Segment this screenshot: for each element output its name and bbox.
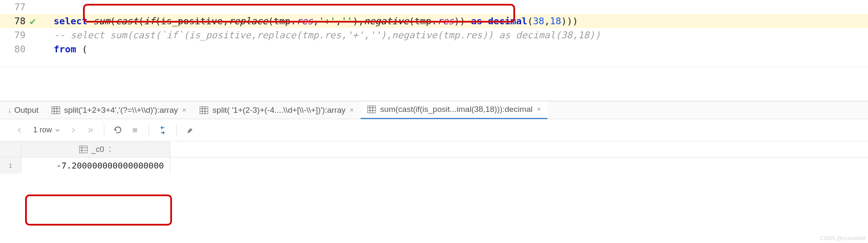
row-count-label[interactable]: 1 row	[30, 126, 63, 134]
table-icon	[52, 106, 60, 114]
result-tab[interactable]: split('1+2+3+4','(?=\\+\\d)'):array ×	[45, 101, 193, 119]
code-content[interactable]: select sum(cast(if(is_positive,replace(t…	[53, 16, 868, 26]
table-icon	[367, 106, 376, 113]
row-number: 1	[0, 157, 21, 174]
sort-icon[interactable]	[108, 146, 112, 152]
code-content[interactable]: from (	[53, 44, 868, 54]
chevron-down-icon	[55, 128, 60, 132]
table-row[interactable]: 1 -7.200000000000000000	[0, 157, 868, 174]
output-panel: ↓ Output split('1+2+3+4','(?=\\+\\d)'):a…	[0, 101, 868, 174]
stop-button[interactable]	[128, 123, 142, 137]
toolbar-separator	[176, 124, 177, 136]
next-page-button[interactable]	[66, 123, 80, 137]
editor-blank-area	[0, 67, 868, 101]
table-icon	[79, 146, 88, 153]
output-label[interactable]: ↓ Output	[2, 106, 45, 115]
svg-rect-17	[79, 146, 88, 153]
code-content[interactable]: -- select sum(cast(`if`(is_positive,repl…	[53, 30, 868, 40]
line-number: 78	[0, 16, 30, 26]
gutter-icon-slot: ✔	[30, 15, 45, 27]
line-number: 79	[0, 30, 30, 40]
grid-header-row: _c0	[0, 141, 868, 157]
tab-label: split( '1+(2-3)+(-4....\\d+[\\-\\+])'):a…	[212, 106, 345, 115]
editor-line[interactable]: 80 from (	[0, 42, 868, 56]
code-editor[interactable]: 77 78 ✔ select sum(cast(if(is_positive,r…	[0, 0, 868, 56]
result-grid[interactable]: _c0 1 -7.200000000000000000	[0, 141, 868, 174]
highlight-annotation	[25, 194, 172, 226]
result-tab[interactable]: split( '1+(2-3)+(-4....\\d+[\\-\\+])'):a…	[193, 101, 361, 119]
svg-rect-10	[367, 106, 376, 113]
output-tabs: ↓ Output split('1+2+3+4','(?=\\+\\d)'):a…	[0, 101, 868, 119]
row-number-header	[0, 141, 21, 157]
svg-rect-5	[200, 106, 208, 114]
toolbar-separator	[104, 124, 104, 136]
editor-line[interactable]: 77	[0, 0, 868, 14]
table-icon	[200, 106, 208, 114]
output-arrow-icon: ↓	[8, 106, 12, 115]
close-icon[interactable]: ×	[182, 106, 186, 114]
editor-line[interactable]: 78 ✔ select sum(cast(if(is_positive,repl…	[0, 14, 868, 28]
check-icon: ✔	[30, 15, 36, 27]
result-tab[interactable]: sum(cast(if(is_posit...imal(38,18))):dec…	[361, 101, 547, 119]
column-header[interactable]: _c0	[21, 141, 170, 157]
prev-page-button[interactable]	[13, 123, 26, 137]
column-name: _c0	[91, 145, 104, 154]
line-number: 77	[0, 2, 30, 12]
svg-rect-0	[52, 106, 60, 114]
editor-line[interactable]: 79 -- select sum(cast(`if`(is_positive,r…	[0, 28, 868, 42]
svg-rect-16	[133, 128, 137, 132]
cell-value[interactable]: -7.200000000000000000	[21, 157, 170, 174]
tab-label: split('1+2+3+4','(?=\\+\\d)'):array	[64, 106, 178, 115]
result-toolbar: 1 row	[0, 119, 868, 141]
transpose-button[interactable]	[156, 123, 169, 137]
tab-label: sum(cast(if(is_posit...imal(38,18))):dec…	[380, 105, 533, 114]
toolbar-separator	[149, 124, 149, 136]
refresh-button[interactable]	[111, 123, 125, 137]
line-number: 80	[0, 44, 30, 54]
output-label-text: Output	[14, 106, 39, 115]
close-icon[interactable]: ×	[350, 106, 354, 114]
close-icon[interactable]: ×	[537, 106, 541, 113]
watermark: CSDN @cclovezbf	[819, 235, 865, 241]
last-page-button[interactable]	[83, 123, 97, 137]
pin-button[interactable]	[183, 123, 197, 137]
